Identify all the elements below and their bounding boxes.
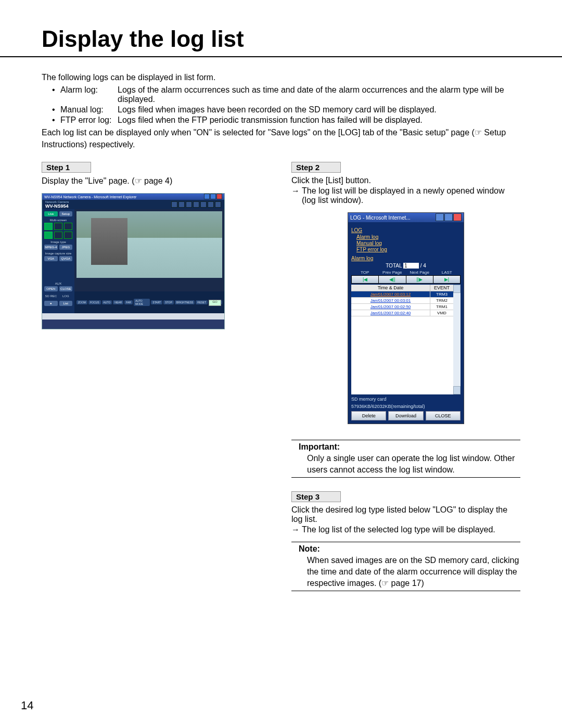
sdrec-label: SD REC <box>44 295 58 298</box>
nav-last-button[interactable]: ▶| <box>433 276 460 283</box>
go-button[interactable]: GO <box>209 300 221 306</box>
scrollbar[interactable] <box>453 285 461 394</box>
step2-line1: Click the [List] button. <box>291 176 520 185</box>
step3-result-text: The log list of the selected log type wi… <box>302 525 520 534</box>
step2-result: → The log list will be displayed in a ne… <box>291 186 520 205</box>
nav-next-label: Next Page <box>406 270 433 275</box>
td-event: VMD <box>430 310 453 316</box>
zoom-label: ZOOM <box>76 300 87 304</box>
close-button[interactable]: CLOSE <box>59 286 73 291</box>
info-rule <box>291 542 520 542</box>
log-type-row: • FTP error log: Logs filed when the FTP… <box>52 116 520 125</box>
setup-button[interactable]: Setup <box>59 211 73 216</box>
log-link-alarm[interactable]: Alarm log <box>356 234 461 240</box>
nav-last-label: LAST <box>433 270 461 275</box>
window-icons <box>435 213 462 222</box>
td-time[interactable]: Jan/01/2007 00:02:50 <box>351 304 430 310</box>
log-type-row: • Alarm log: Logs of the alarm occurrenc… <box>52 85 520 104</box>
window-icons <box>203 194 222 200</box>
live-button[interactable]: Live <box>44 211 58 216</box>
delete-button[interactable]: Delete <box>351 411 386 420</box>
log-type-row: • Manual log: Logs filed when images hav… <box>52 105 520 114</box>
table-row[interactable]: Jan/01/2007 00:02:50 TRM1 <box>351 304 453 310</box>
arrow-icon: → <box>291 525 300 534</box>
table-row[interactable]: Jan/01/2007 00:02:40 VMD <box>351 310 453 316</box>
log-table: Time & Date EVENT Jan/01/2007 00:03:12 T… <box>351 285 453 394</box>
th-event: EVENT <box>430 285 453 291</box>
live-controls: ZOOM FOCUS AUTO NEAR FAR AUTO MODE START… <box>74 291 224 313</box>
total-label: TOTAL <box>386 263 402 269</box>
nav-top-button[interactable]: |◀ <box>352 276 378 283</box>
intro-block: The following logs can be displayed in l… <box>42 72 520 150</box>
log-link-ftp[interactable]: FTP error log <box>356 247 461 252</box>
title-rule <box>0 56 562 57</box>
log-current-section[interactable]: Alarm log <box>351 256 461 261</box>
log-type-desc: Logs filed when the FTP periodic transmi… <box>118 116 520 125</box>
live-main-area: ZOOM FOCUS AUTO NEAR FAR AUTO MODE START… <box>74 209 224 313</box>
log-type-list: • Alarm log: Logs of the alarm occurrenc… <box>52 85 520 125</box>
log-nav-buttons: |◀ ◀|| ||▶ ▶| <box>351 275 461 284</box>
brightness-label: BRIGHTNESS <box>175 300 195 304</box>
multiscreen-icons[interactable] <box>44 223 72 230</box>
important-heading: Important: <box>299 442 520 452</box>
nav-top-label: TOP <box>351 270 379 275</box>
step3-line1: Click the desired log type listed below … <box>291 505 520 524</box>
page-title: Display the log list <box>42 26 520 52</box>
scroll-up-icon[interactable] <box>453 285 461 293</box>
nav-next-button[interactable]: ||▶ <box>406 276 433 283</box>
scroll-down-icon[interactable] <box>453 386 461 394</box>
list-button[interactable]: List <box>59 301 73 306</box>
imgtype-label: Image type <box>44 240 72 244</box>
log-titlebar: LOG - Microsoft Internet... <box>348 213 464 222</box>
info-rule <box>291 591 520 591</box>
sd-line2: 57936KB/62032KB(remaining/total) <box>351 404 461 409</box>
td-time[interactable]: Jan/01/2007 00:03:12 <box>351 291 430 297</box>
live-title-text: WV-NS954 Network Camera - Microsoft Inte… <box>44 195 136 199</box>
td-time[interactable]: Jan/01/2007 00:03:01 <box>351 298 430 303</box>
log-title-text: LOG - Microsoft Internet... <box>350 215 411 221</box>
td-event: TRM2 <box>430 298 453 303</box>
td-event: TRM3 <box>430 291 453 297</box>
step3-label: Step 3 <box>291 491 341 502</box>
open-button[interactable]: OPEN <box>44 286 58 291</box>
multiscreen-icons[interactable] <box>44 232 72 239</box>
log-nav-labels: TOP Prev Page Next Page LAST <box>351 270 461 275</box>
total-of: / 4 <box>420 263 426 269</box>
bullet: • <box>52 85 60 104</box>
log-type-desc: Logs of the alarm occurrences such as ti… <box>118 85 520 104</box>
bullet: • <box>52 105 60 114</box>
aux-label: AUX <box>44 282 72 285</box>
near-button[interactable]: NEAR <box>113 300 123 304</box>
live-titlebar: WV-NS954 Network Camera - Microsoft Inte… <box>42 194 224 200</box>
close-button[interactable]: CLOSE <box>426 411 461 420</box>
auto-button[interactable]: AUTO <box>102 300 112 304</box>
reset-button[interactable]: RESET <box>196 300 208 304</box>
bullet: • <box>52 116 60 125</box>
model-name: WV-NS954 <box>45 203 69 209</box>
important-section: Important: Only a single user can operat… <box>291 440 520 478</box>
sdrec-button[interactable]: ● <box>44 301 58 306</box>
stop-button[interactable]: STOP <box>163 300 174 304</box>
nav-prev-button[interactable]: ◀|| <box>379 276 405 283</box>
log-label: LOG <box>59 295 73 298</box>
capsize-label: Image capture size <box>44 252 72 255</box>
log-section-link[interactable]: LOG <box>351 227 461 233</box>
start-button[interactable]: START <box>151 300 162 304</box>
table-row[interactable]: Jan/01/2007 00:03:01 TRM2 <box>351 298 453 304</box>
td-time[interactable]: Jan/01/2007 00:02:40 <box>351 310 430 316</box>
download-button[interactable]: Download <box>388 411 423 420</box>
info-rule <box>291 477 520 478</box>
log-total: TOTAL 1 / 4 <box>351 263 461 269</box>
far-button[interactable]: FAR <box>124 300 133 304</box>
qvga-button[interactable]: QVGA <box>59 256 73 261</box>
table-row[interactable]: Jan/01/2007 00:03:12 TRM3 <box>351 291 453 298</box>
multiscreen-label: Multi-screen <box>44 219 72 222</box>
log-link-manual[interactable]: Manual log <box>356 240 461 246</box>
th-time: Time & Date <box>351 285 430 291</box>
log-type-label: FTP error log: <box>60 116 118 125</box>
scroll-track[interactable] <box>453 293 461 386</box>
jpeg-button[interactable]: JPEG <box>59 245 73 250</box>
sd-line1: SD memory card <box>351 397 461 402</box>
mpeg-button[interactable]: MPEG-4 <box>44 245 58 250</box>
vga-button[interactable]: VGA <box>44 256 58 261</box>
